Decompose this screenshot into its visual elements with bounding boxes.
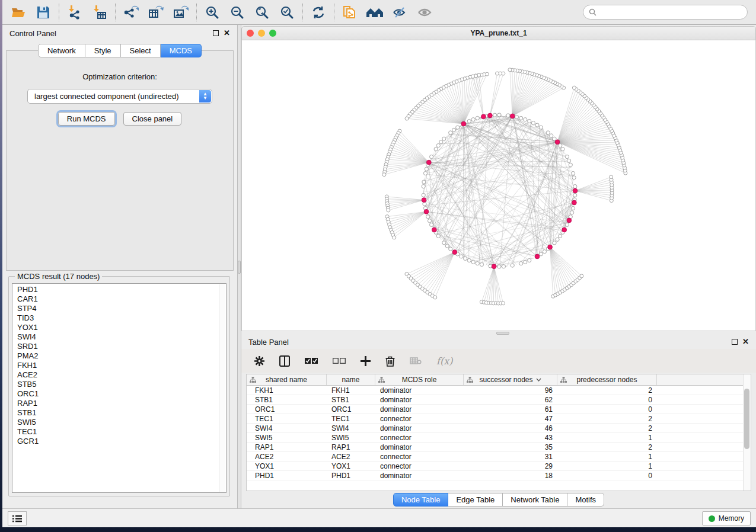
table-row[interactable]: STB1STB1dominator620	[247, 395, 751, 405]
cell-MCDS-role[interactable]: dominator	[375, 386, 464, 395]
cell-MCDS-role[interactable]: dominator	[375, 443, 464, 451]
splitter-handle[interactable]	[496, 332, 509, 335]
cell-shared-name[interactable]: RAP1	[247, 443, 327, 451]
splitter-handle[interactable]	[238, 261, 241, 274]
table-row[interactable]: TEC1TEC1connector472	[247, 414, 751, 424]
cell-name[interactable]: SWI4	[327, 424, 375, 432]
table-row[interactable]: ORC1ORC1dominator610	[247, 405, 751, 414]
zoom-fit-icon[interactable]	[250, 2, 275, 23]
cell-name[interactable]: PHD1	[327, 471, 375, 480]
first-neighbors-icon[interactable]	[362, 2, 387, 23]
result-item[interactable]: ORC1	[12, 389, 226, 399]
result-item[interactable]: TEC1	[12, 427, 226, 437]
result-item[interactable]: STB5	[12, 380, 226, 389]
cell-successor-nodes[interactable]: 29	[464, 462, 557, 470]
cell-successor-nodes[interactable]: 61	[464, 405, 557, 414]
search-input[interactable]	[599, 7, 747, 18]
cell-successor-nodes[interactable]: 43	[464, 433, 557, 442]
cell-predecessor-nodes[interactable]: 2	[557, 386, 657, 395]
cell-predecessor-nodes[interactable]: 1	[557, 452, 657, 461]
cell-successor-nodes[interactable]: 47	[464, 414, 557, 423]
cell-predecessor-nodes[interactable]: 2	[557, 443, 657, 451]
cell-name[interactable]: TEC1	[327, 414, 375, 423]
cell-name[interactable]: ACE2	[327, 452, 375, 461]
cell-predecessor-nodes[interactable]: 1	[557, 462, 657, 470]
result-item[interactable]: STP4	[12, 304, 226, 313]
delete-table-icon[interactable]	[410, 357, 422, 365]
cell-successor-nodes[interactable]: 62	[464, 395, 557, 404]
result-item[interactable]: RAP1	[12, 399, 226, 408]
close-panel-icon[interactable]: ✕	[224, 30, 230, 36]
cell-shared-name[interactable]: STB1	[247, 395, 327, 404]
network-window-titlebar[interactable]: YPA_prune.txt_1	[241, 26, 756, 40]
column-header-MCDS-role[interactable]: MCDS role	[375, 374, 464, 385]
cell-predecessor-nodes[interactable]: 2	[557, 424, 657, 432]
result-item[interactable]: PMA2	[12, 351, 226, 361]
table-row[interactable]: YOX1YOX1connector291	[247, 462, 751, 471]
cell-shared-name[interactable]: YOX1	[247, 462, 327, 470]
cell-predecessor-nodes[interactable]: 0	[557, 405, 657, 414]
save-session-icon[interactable]	[31, 2, 56, 23]
network-canvas[interactable]	[241, 40, 756, 331]
result-item[interactable]: STB1	[12, 408, 226, 418]
cell-predecessor-nodes[interactable]: 0	[557, 395, 657, 404]
new-network-from-selection-icon[interactable]	[337, 2, 362, 23]
cell-shared-name[interactable]: PHD1	[247, 471, 327, 480]
result-item[interactable]: YOX1	[12, 323, 226, 332]
tab-motifs[interactable]: Motifs	[567, 493, 604, 507]
task-history-button[interactable]	[8, 511, 27, 525]
apply-layout-icon[interactable]	[306, 2, 331, 23]
cell-MCDS-role[interactable]: connector	[375, 414, 464, 423]
table-row[interactable]: PHD1PHD1dominator180	[247, 471, 751, 480]
import-table-icon[interactable]	[87, 2, 112, 23]
cell-predecessor-nodes[interactable]: 0	[557, 471, 657, 480]
cell-shared-name[interactable]: SWI4	[247, 424, 327, 432]
column-header-shared-name[interactable]: shared name	[247, 374, 327, 385]
cell-MCDS-role[interactable]: dominator	[375, 395, 464, 404]
optimization-criterion-select[interactable]: largest connected component (undirected)…	[27, 89, 212, 104]
show-all-icon[interactable]	[412, 2, 437, 23]
cell-name[interactable]: ORC1	[327, 405, 375, 414]
cell-MCDS-role[interactable]: connector	[375, 433, 464, 442]
delete-column-icon[interactable]	[385, 355, 395, 367]
tab-style[interactable]: Style	[85, 44, 121, 57]
cell-shared-name[interactable]: ACE2	[247, 452, 327, 461]
zoom-selected-icon[interactable]	[275, 2, 299, 23]
float-panel-icon[interactable]	[732, 339, 738, 345]
zoom-out-icon[interactable]	[225, 2, 250, 23]
run-mcds-button[interactable]: Run MCDS	[58, 112, 115, 126]
cell-name[interactable]: RAP1	[327, 443, 375, 451]
table-row[interactable]: ACE2ACE2connector311	[247, 452, 751, 462]
export-table-icon[interactable]	[143, 2, 168, 23]
import-network-icon[interactable]	[62, 2, 87, 23]
cell-predecessor-nodes[interactable]: 1	[557, 433, 657, 442]
export-image-icon[interactable]	[168, 2, 193, 23]
horizontal-splitter[interactable]	[241, 331, 756, 335]
cell-name[interactable]: YOX1	[327, 462, 375, 470]
cell-successor-nodes[interactable]: 96	[464, 386, 557, 395]
cell-MCDS-role[interactable]: dominator	[375, 471, 464, 480]
memory-button[interactable]: Memory	[702, 511, 751, 525]
cell-successor-nodes[interactable]: 31	[464, 452, 557, 461]
cell-successor-nodes[interactable]: 35	[464, 443, 557, 451]
result-item[interactable]: FKH1	[12, 361, 226, 370]
column-header-predecessor-nodes[interactable]: predecessor nodes	[557, 374, 657, 385]
select-all-checks-icon[interactable]	[305, 357, 318, 364]
cell-shared-name[interactable]: FKH1	[247, 386, 327, 395]
search-field[interactable]	[583, 5, 748, 20]
network-graph[interactable]	[242, 40, 755, 331]
result-item[interactable]: SWI5	[12, 418, 226, 427]
tab-select[interactable]: Select	[121, 44, 161, 57]
result-item[interactable]: SRD1	[12, 342, 226, 351]
node-table[interactable]: shared namenameMCDS rolesuccessor nodesp…	[246, 374, 751, 491]
cell-MCDS-role[interactable]: connector	[375, 452, 464, 461]
cell-name[interactable]: FKH1	[327, 386, 375, 395]
close-panel-icon[interactable]: ✕	[742, 339, 749, 345]
cell-shared-name[interactable]: ORC1	[247, 405, 327, 414]
column-header-successor-nodes[interactable]: successor nodes	[464, 374, 557, 385]
mcds-result-list[interactable]: PHD1CAR1STP4TID3YOX1SWI4SRD1PMA2FKH1ACE2…	[12, 283, 227, 493]
result-item[interactable]: CAR1	[12, 294, 226, 304]
cell-MCDS-role[interactable]: dominator	[375, 405, 464, 414]
export-network-icon[interactable]	[119, 2, 143, 23]
result-item[interactable]: TID3	[12, 313, 226, 323]
